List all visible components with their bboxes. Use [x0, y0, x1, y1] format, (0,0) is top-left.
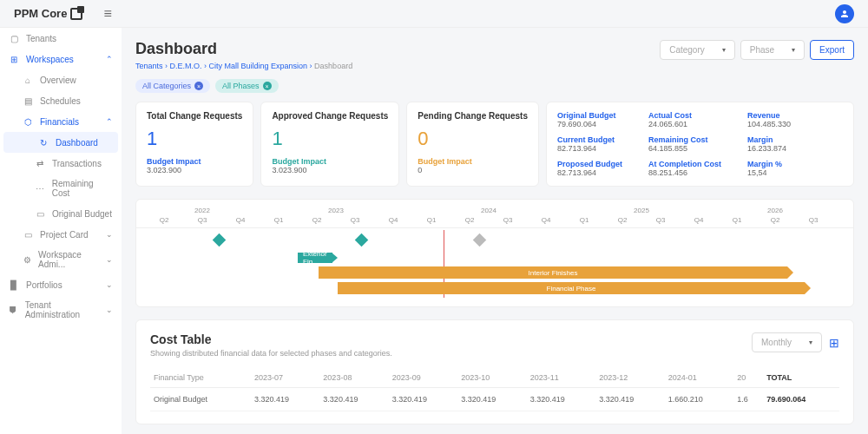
metric-label: At Completion Cost [648, 160, 721, 168]
phase-bar-interior[interactable]: Interior Finishes [319, 266, 787, 279]
chip-phases[interactable]: All Phases× [215, 79, 279, 93]
shield-icon: ⛊ [9, 305, 18, 315]
year-label: 2022 [145, 207, 260, 214]
cost-table-subtitle: Showing distributed financial data for s… [150, 349, 392, 358]
impact-label: Budget Impact [418, 157, 528, 166]
grid-icon: ⊞ [9, 54, 19, 64]
chevron-down-icon: ⌄ [106, 280, 113, 289]
sidebar-item-label: Financials [40, 117, 79, 127]
breadcrumb-item[interactable]: D.E.M.O. [170, 62, 202, 70]
metric-value: 88.251.456 [648, 168, 721, 177]
sidebar-item-label: Transactions [52, 159, 102, 168]
phase-bar-exterior[interactable]: Exterior Fin... [298, 253, 332, 263]
sidebar-item-schedules[interactable]: ▤Schedules [0, 90, 122, 111]
metric-value: 64.185.855 [648, 144, 721, 153]
breadcrumb: Tenants › D.E.M.O. › City Mall Building … [135, 62, 352, 70]
table-cell: 1.6 [733, 388, 763, 411]
sidebar-item-workspaces[interactable]: ⊞Workspaces⌃ [0, 49, 122, 69]
avatar[interactable] [835, 4, 854, 23]
sidebar-item-dashboard[interactable]: ↻Dashboard [3, 132, 118, 153]
metric-value: 15,54 [747, 168, 791, 177]
metric-value: 82.713.964 [557, 168, 622, 177]
sidebar-item-tenant-admin[interactable]: ⛊Tenant Administration⌄ [0, 295, 122, 325]
phase-bar-financial[interactable]: Financial Phase [338, 282, 805, 294]
close-icon[interactable]: × [194, 82, 203, 90]
chip-categories[interactable]: All Categories× [135, 79, 210, 93]
metric-value: 104.485.330 [747, 120, 791, 128]
chart-icon: ⬡ [23, 116, 33, 127]
sidebar-item-portfolios[interactable]: ▉Portfolios⌄ [0, 274, 122, 295]
sidebar-item-tenants[interactable]: ▢Tenants [0, 28, 122, 49]
swap-icon: ⇄ [35, 158, 45, 168]
impact-value: 3.023.900 [272, 166, 388, 174]
close-icon[interactable]: × [263, 82, 272, 90]
milestone-icon[interactable] [213, 233, 227, 247]
table-header: 2023-12 [595, 368, 664, 388]
sidebar-item-transactions[interactable]: ⇄Transactions [0, 153, 122, 174]
metric-value: 82.713.964 [557, 144, 622, 153]
sidebar-item-project-card[interactable]: ▭Project Card⌄ [0, 224, 122, 245]
table-cell: 1.660.210 [665, 388, 733, 411]
milestone-icon[interactable] [355, 233, 369, 247]
timeline-card: 2022Q2Q3Q4 2023Q1Q2Q3Q4 2024Q1Q2Q3Q4 202… [135, 199, 854, 307]
sidebar-item-workspace-admin[interactable]: ⚙Workspace Admi...⌄ [0, 245, 122, 274]
sidebar-item-label: Schedules [40, 96, 81, 106]
sidebar-item-remaining-cost[interactable]: ⋯Remaining Cost [0, 174, 122, 203]
chip-label: All Phases [222, 82, 260, 90]
calendar-icon: ▤ [23, 95, 33, 106]
total-requests-card: Total Change Requests 1 Budget Impact 3.… [135, 102, 253, 187]
dropdown-label: Category [669, 45, 705, 55]
metric-label: Revenue [747, 111, 791, 120]
year-label: 2025 [565, 207, 718, 214]
table-cell: 3.320.419 [457, 388, 526, 411]
table-cell: 3.320.419 [319, 388, 388, 411]
approved-requests-card: Approved Change Requests 1 Budget Impact… [260, 102, 399, 187]
card-value: 1 [272, 128, 388, 150]
sidebar-item-label: Tenant Administration [25, 300, 99, 319]
breadcrumb-item: Dashboard [314, 62, 352, 70]
phase-dropdown[interactable]: Phase▾ [740, 40, 805, 60]
cost-table: Financial Type 2023-07 2023-08 2023-09 2… [150, 368, 839, 411]
sidebar-item-label: Overview [40, 76, 76, 85]
timeline-body: Exterior Fin... Interior Finishes Financ… [136, 233, 853, 294]
logo-text: PPM Core [14, 7, 67, 20]
metric-label: Margin [747, 135, 791, 144]
metric-label: Current Budget [557, 135, 622, 144]
table-header-row: Financial Type 2023-07 2023-08 2023-09 2… [150, 368, 839, 388]
folder-icon: ▉ [9, 279, 19, 290]
table-settings-icon[interactable]: ⊞ [829, 336, 839, 350]
sidebar-item-label: Portfolios [26, 280, 62, 290]
breadcrumb-item[interactable]: Tenants [135, 62, 163, 70]
table-cell: 3.320.419 [527, 388, 595, 411]
home-icon: ⌂ [23, 75, 33, 85]
year-label: 2026 [718, 207, 832, 214]
year-label: 2023 [260, 207, 412, 214]
chevron-down-icon: ⌄ [106, 255, 113, 264]
sidebar-item-original-budget[interactable]: ▭Original Budget [0, 203, 122, 224]
table-row: Original Budget 3.320.419 3.320.419 3.32… [150, 388, 839, 411]
sidebar-item-overview[interactable]: ⌂Overview [0, 69, 122, 90]
table-header: 2023-10 [457, 368, 526, 388]
building-icon: ▢ [9, 33, 19, 43]
page-title: Dashboard [135, 40, 352, 58]
category-dropdown[interactable]: Category▾ [660, 40, 735, 60]
impact-label: Budget Impact [147, 157, 242, 166]
menu-toggle-icon[interactable]: ≡ [103, 6, 111, 22]
table-cell: 3.320.419 [389, 388, 457, 411]
granularity-dropdown[interactable]: Monthly▾ [752, 332, 822, 352]
header-controls: Category▾ Phase▾ Export [660, 40, 854, 60]
cost-table-card: Cost Table Showing distributed financial… [135, 319, 854, 424]
card-value: 0 [418, 128, 528, 150]
export-button[interactable]: Export [810, 40, 854, 60]
chevron-down-icon: ▾ [722, 46, 726, 54]
card-title: Total Change Requests [147, 111, 242, 121]
sidebar-item-financials[interactable]: ⬡Financials⌃ [0, 111, 122, 132]
chevron-down-icon: ⌄ [106, 230, 113, 239]
filter-chips: All Categories× All Phases× [135, 79, 854, 93]
gear-icon: ⚙ [23, 254, 31, 265]
metric-label: Proposed Budget [557, 160, 622, 168]
breadcrumb-item[interactable]: City Mall Building Expansion [209, 62, 308, 70]
card-title: Pending Change Requests [418, 111, 528, 121]
table-header: 2023-09 [389, 368, 457, 388]
milestone-icon[interactable] [473, 233, 487, 247]
